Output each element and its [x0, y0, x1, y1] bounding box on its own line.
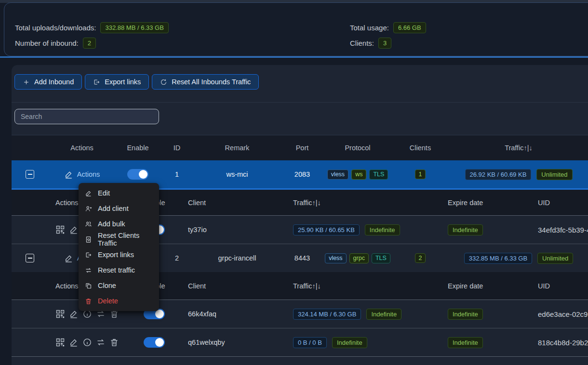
usergroup-add-icon — [85, 221, 92, 228]
header-enable: Enable — [116, 135, 160, 160]
delete-client-icon[interactable] — [109, 338, 119, 347]
header-traffic-sort[interactable]: Traffic↑|↓ — [449, 135, 588, 160]
client-expire-badge: Indefinite — [448, 337, 483, 348]
header-clients: Clients — [391, 135, 449, 160]
menu-item-add-client[interactable]: Add client — [79, 201, 159, 216]
edit-icon — [64, 254, 73, 263]
reload-icon — [160, 78, 167, 86]
actions-dropdown-menu: Edit Add client Add bulk Reset Clients T… — [79, 183, 159, 311]
add-inbound-label: Add Inbound — [34, 78, 74, 86]
row-checkbox[interactable] — [26, 254, 34, 262]
enable-toggle[interactable] — [127, 169, 148, 180]
transport-tag: grpc — [349, 253, 369, 263]
reset-all-traffic-label: Reset All Inbounds Traffic — [172, 78, 251, 86]
traffic-badge: 26.92 KB / 60.69 KB — [465, 169, 532, 180]
client-uid: 818c4b8d-29b2-4 — [530, 328, 588, 356]
menu-item-export-links[interactable]: Export links — [79, 247, 159, 262]
sub-header-client: Client — [178, 190, 289, 215]
stat-uploads-value-badge: 332.88 MB / 6.33 GB — [100, 22, 168, 33]
stat-inbound-value-badge: 2 — [83, 38, 96, 49]
client-enable-toggle[interactable] — [144, 337, 165, 348]
sub-header-traffic: Traffic↑|↓ — [289, 272, 441, 300]
menu-item-add-bulk[interactable]: Add bulk — [79, 216, 159, 232]
stat-usage-value-badge: 6.66 GB — [393, 22, 426, 33]
edit-client-icon[interactable] — [69, 309, 79, 319]
stat-usage-label: Total usage: — [350, 24, 389, 32]
client-uid: 34efd3fc-5b39-45 — [530, 216, 588, 244]
search-input[interactable] — [14, 109, 159, 124]
section-divider — [0, 56, 588, 58]
menu-item-clone[interactable]: Clone — [79, 278, 159, 293]
edit-icon — [85, 190, 92, 197]
stat-total-usage: Total usage: 6.66 GB — [350, 22, 426, 33]
sub-header-uid: UID — [530, 272, 588, 300]
menu-item-label: Reset Clients Traffic — [98, 232, 153, 247]
traffic-badge: 332.85 MB / 6.33 GB — [464, 253, 532, 264]
client-uid: ed6e3ace-02c9-4 — [530, 300, 588, 328]
clients-count-badge: 1 — [415, 169, 426, 179]
qrcode-icon[interactable] — [55, 309, 65, 319]
plus-icon — [23, 78, 30, 86]
header-protocol: Protocol — [324, 135, 391, 160]
reset-client-traffic-icon[interactable] — [96, 338, 106, 347]
edit-client-icon[interactable] — [69, 225, 79, 235]
protocol-tag: vless — [327, 169, 348, 180]
sub-header-client: Client — [178, 272, 289, 300]
transport-tag: ws — [351, 169, 366, 180]
clients-count-badge: 2 — [415, 253, 426, 263]
inbounds-table-header: Actions Enable ID Remark Port Protocol C… — [12, 135, 588, 160]
menu-item-delete[interactable]: Delete — [79, 293, 159, 309]
menu-item-label: Reset traffic — [98, 266, 135, 274]
menu-item-reset-clients-traffic[interactable]: Reset Clients Traffic — [79, 232, 159, 247]
inbound-remark: ws-mci — [194, 160, 281, 188]
edit-icon — [64, 170, 73, 179]
stat-clients-count: Clients: 3 — [350, 38, 391, 49]
menu-item-label: Clone — [98, 282, 116, 289]
qrcode-icon[interactable] — [55, 225, 65, 235]
header-select-all — [12, 135, 48, 160]
client-name: ty37io — [178, 216, 289, 244]
add-inbound-button[interactable]: Add Inbound — [14, 74, 82, 90]
header-actions: Actions — [48, 135, 116, 160]
header-port: Port — [281, 135, 324, 160]
stat-inbound-label: Number of inbound: — [15, 39, 79, 47]
row-actions-label: Actions — [77, 170, 100, 178]
sub-header-expire: Expire date — [441, 190, 530, 215]
menu-item-label: Export links — [98, 251, 134, 259]
file-reset-icon — [85, 236, 92, 243]
info-icon[interactable] — [82, 338, 92, 347]
qrcode-icon[interactable] — [55, 338, 65, 347]
menu-item-edit[interactable]: Edit — [79, 185, 159, 201]
menu-item-label: Edit — [98, 189, 110, 197]
row-actions-menu-trigger[interactable]: Actions — [64, 170, 100, 179]
client-quota-badge: Indefinite — [366, 309, 401, 320]
export-icon — [85, 251, 92, 259]
client-expire-badge: Indefinite — [448, 309, 483, 320]
stats-card: Total uploads/downloads: 332.88 MB / 6.3… — [4, 2, 588, 56]
clone-icon — [85, 282, 92, 289]
sub-header-traffic: Traffic↑|↓ — [289, 190, 441, 215]
menu-item-label: Add client — [98, 205, 129, 212]
menu-item-reset-traffic[interactable]: Reset traffic — [79, 262, 159, 278]
stat-clients-label: Clients: — [350, 39, 374, 47]
export-links-button[interactable]: Export links — [85, 74, 149, 90]
protocol-tag: vless — [325, 253, 346, 263]
menu-item-label: Add bulk — [98, 220, 125, 228]
edit-client-icon[interactable] — [69, 338, 79, 347]
delete-icon — [85, 298, 92, 305]
stat-uploads-downloads: Total uploads/downloads: 332.88 MB / 6.3… — [15, 22, 169, 33]
header-remark: Remark — [194, 135, 281, 160]
security-tag: TLS — [372, 253, 390, 263]
quota-badge: Unlimited — [536, 169, 572, 180]
inbound-id: 1 — [160, 160, 194, 188]
inbound-id: 2 — [160, 244, 194, 272]
row-checkbox[interactable] — [26, 170, 34, 179]
client-name: 66k4xfaq — [178, 300, 289, 328]
client-expire-badge: Indefinite — [448, 224, 483, 235]
security-tag: TLS — [369, 169, 388, 180]
stat-uploads-label: Total uploads/downloads: — [15, 24, 96, 32]
swap-icon — [85, 267, 92, 274]
client-name: q61welxqby — [178, 328, 289, 356]
reset-all-traffic-button[interactable]: Reset All Inbounds Traffic — [152, 74, 259, 90]
client-traffic-badge: 324.14 MB / 6.30 GB — [293, 309, 361, 320]
